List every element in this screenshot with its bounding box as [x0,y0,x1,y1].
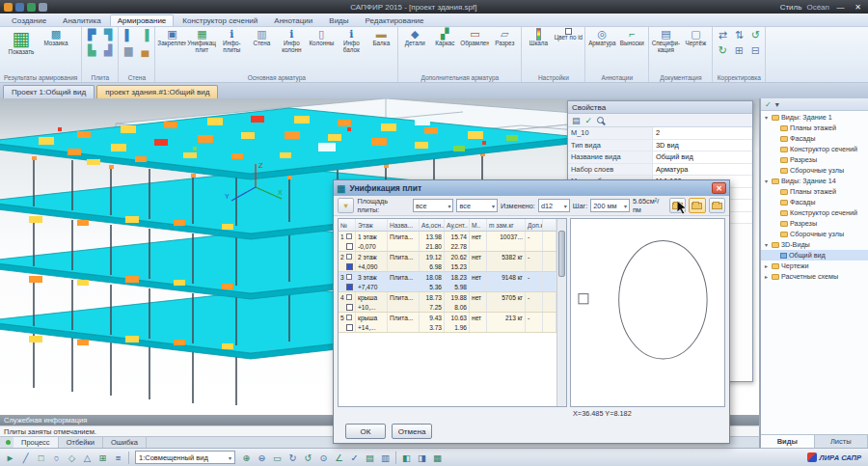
filter-button[interactable]: ▼ [338,198,354,213]
dialog-titlebar[interactable]: ▦ Унификация плит ✕ [334,180,729,196]
zoom-in-icon[interactable]: ⊕ [239,451,254,465]
ribbon-button-2-0[interactable]: ▌ [121,29,136,41]
table-row-1[interactable]: 22 этажПлита...19.1220.62нет5382 кг-+4,0… [339,252,556,272]
ribbon-button-5-1[interactable]: Цвет по id [554,28,583,41]
ribbon-tab-2[interactable]: Армирование [110,14,175,26]
document-tab-1[interactable]: проект здания.#1:Общий вид [96,85,218,98]
ribbon-button-5-0[interactable]: Шкала [524,28,553,47]
expander-icon[interactable]: ▸ [763,262,770,269]
table-scrollbar[interactable] [556,219,566,406]
row-color-swatch[interactable] [346,263,353,270]
ribbon-button-3-2[interactable]: ℹИнфо-плиты [217,28,246,53]
ribbon-button-7-1[interactable]: ▢Чертёж [681,28,710,47]
area-select[interactable]: все▾ [413,199,454,212]
minimize-button[interactable]: — [834,3,847,12]
tree-item-0[interactable]: ▾Виды: Здание 1 [761,112,868,123]
ribbon-button-1-3[interactable]: ▟ [100,44,116,57]
tree-item-10[interactable]: Разрезы [761,218,868,229]
style-selector[interactable]: Océan [806,3,829,12]
rect-tool-icon[interactable]: □ [34,451,48,465]
ribbon-button-8-5[interactable]: ⊟ [747,44,763,57]
ribbon-button-1-2[interactable]: ▙ [84,44,99,57]
dropdown-icon[interactable]: ▾ [775,100,779,109]
section-icon[interactable]: ▥ [378,451,393,465]
column-header-4[interactable]: Aу,снт.. [445,219,470,231]
ribbon-button-3-0[interactable]: ▣Закрепление [157,28,186,47]
column-header-2[interactable]: Назва... [388,219,420,231]
line-tool-icon[interactable]: ╱ [18,451,33,465]
ribbon-button-3-4[interactable]: ℹИнфо колонн [277,28,306,53]
rotate-ccw-icon[interactable]: ↺ [301,451,315,465]
tree-item-7[interactable]: Планы этажей [761,186,868,197]
ribbon-tab-5[interactable]: Виды [321,14,356,26]
ribbon-button-3-3[interactable]: ▥Стена [247,28,276,47]
ribbon-button-8-0[interactable]: ⇄ [715,29,730,41]
ribbon-button-7-0[interactable]: ▤Специфи-кация [651,28,680,53]
save-icon[interactable] [15,3,24,12]
expander-icon[interactable]: ▾ [763,241,770,248]
viewports-icon[interactable]: ▦ [430,451,445,465]
apply-icon[interactable]: ✓ [585,116,593,125]
ribbon-tab-6[interactable]: Редактирование [358,14,432,26]
expander-icon[interactable]: ▾ [763,178,770,184]
panel-tab-1[interactable]: Листы [815,435,868,448]
grid-tool-icon[interactable]: ⊞ [95,451,110,465]
process-tab-0[interactable]: Процесс [14,437,59,448]
ribbon-button-8-1[interactable]: ⇅ [731,29,746,41]
table-row-3[interactable]: 4крышаПлита...18.7319.88нет5705 кг-+10,.… [339,292,556,313]
cancel-button[interactable]: Отмена [392,424,432,439]
tree-item-12[interactable]: ▾3D-Виды [761,239,868,250]
snap-icon[interactable]: ✓ [347,451,362,465]
column-header-6[interactable]: m зам.кг [487,219,526,231]
column-header-0[interactable]: № [339,219,356,231]
plate-preview[interactable] [570,218,725,407]
ribbon-button-3-1[interactable]: ▦Унификация плит [187,28,216,53]
view-selector[interactable]: 1:Совмещенный вид ▾ [135,451,235,464]
tree-item-13[interactable]: Общий вид [761,250,868,260]
undo-icon[interactable] [27,3,36,12]
check-icon[interactable]: ✓ [765,100,772,109]
ribbon-button-0-0[interactable]: ▦Показать [2,28,41,56]
ribbon-button-4-0[interactable]: ◆Детали [400,28,429,47]
select-tool-icon[interactable]: ► [3,451,17,465]
ribbon-button-8-2[interactable]: ↺ [747,29,763,41]
tree-item-14[interactable]: ▸Чертежи [761,260,868,271]
split-horizontal-icon[interactable]: ◧ [399,451,414,465]
tree-item-3[interactable]: Конструктор сечений [761,144,868,154]
ribbon-button-6-0[interactable]: ◎Арматура [587,28,616,47]
open-button[interactable] [689,198,705,213]
table-row-4[interactable]: 5крышаПлита...9.4310.63нет213 кг-+14,...… [339,313,556,333]
process-tab-2[interactable]: Ошибка [103,437,147,448]
property-row-3[interactable]: Набор слоевАрматура [568,164,752,177]
column-header-7[interactable]: Доп.кг [526,219,543,231]
scrollbar-thumb[interactable] [558,231,565,277]
circle-tool-icon[interactable]: ○ [49,451,64,465]
ribbon-button-2-1[interactable]: ▐ [137,29,152,41]
dialog-close-button[interactable]: ✕ [712,182,726,194]
ribbon-tab-0[interactable]: Создание [4,14,54,26]
row-color-swatch[interactable] [346,284,353,290]
tree-item-2[interactable]: Фасады [761,133,868,144]
column-header-3[interactable]: As,осн.. [420,219,445,231]
ribbon-button-4-1[interactable]: ▞Каркас [430,28,459,47]
expander-icon[interactable]: ▸ [763,273,770,280]
column-header-5[interactable]: М.. [470,219,487,231]
ribbon-button-4-3[interactable]: ▱Разрез [490,28,519,47]
row-checkbox[interactable] [346,233,352,239]
rotate-cw-icon[interactable]: ↻ [285,451,300,465]
properties-header[interactable]: Свойства [568,101,752,114]
ribbon-button-8-3[interactable]: ↻ [715,44,730,57]
table-row-2[interactable]: 33 этажПлита...18.0818.23нет9148 кг-+7,4… [339,272,556,292]
property-row-0[interactable]: М_102 [568,127,752,140]
diameter-select[interactable]: d12▾ [538,199,570,212]
save-set-button[interactable] [709,198,725,213]
row-checkbox[interactable] [346,274,352,280]
categories-icon[interactable]: ▤ [572,116,581,125]
ribbon-tab-4[interactable]: Аннотации [266,14,320,26]
zoom-window-icon[interactable]: ▭ [270,451,285,465]
tree-item-6[interactable]: ▾Виды: Здание 14 [761,176,868,186]
property-row-1[interactable]: Тип вида3D вид [568,140,752,152]
panel-tab-0[interactable]: Виды [761,435,815,448]
ok-button[interactable]: ОК [345,424,386,439]
column-header-1[interactable]: Этаж [356,219,388,231]
